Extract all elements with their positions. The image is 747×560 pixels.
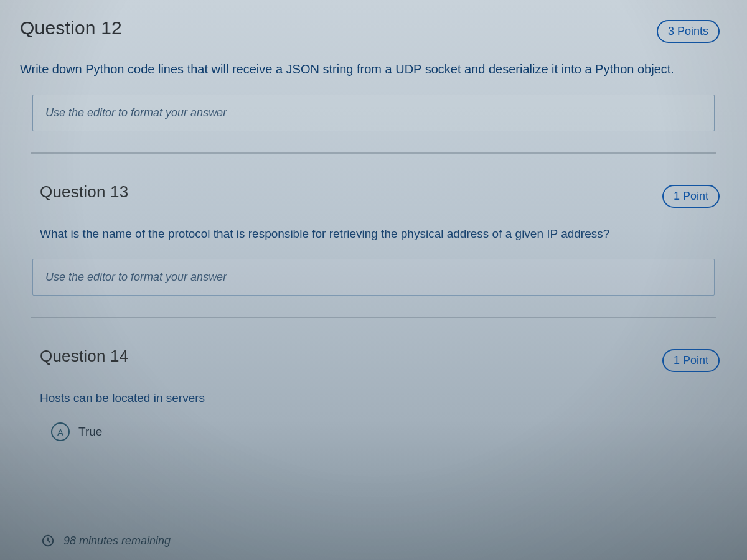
divider (31, 152, 716, 154)
points-badge: 3 Points (657, 20, 720, 43)
answer-editor[interactable]: Use the editor to format your answer (32, 259, 715, 296)
points-badge: 1 Point (662, 185, 720, 208)
question-14: Question 14 1 Point Hosts can be located… (11, 335, 736, 459)
clock-icon (41, 534, 55, 548)
answer-editor[interactable]: Use the editor to format your answer (32, 95, 715, 131)
time-remaining-text: 98 minutes remaining (63, 534, 171, 548)
question-title: Question 14 (20, 347, 128, 366)
divider (31, 317, 716, 318)
question-13: Question 13 1 Point What is the name of … (11, 171, 736, 335)
question-header: Question 14 1 Point (20, 347, 727, 372)
option-label[interactable]: True (78, 425, 102, 439)
question-header: Question 12 3 Points (20, 17, 727, 43)
question-title: Question 13 (20, 182, 128, 202)
quiz-page: Question 12 3 Points Write down Python c… (0, 0, 747, 459)
question-header: Question 13 1 Point (20, 182, 727, 208)
question-prompt: Hosts can be located in servers (20, 390, 727, 407)
option-a-row[interactable]: A True (20, 422, 727, 441)
question-prompt: Write down Python code lines that will r… (20, 60, 727, 78)
answer-placeholder: Use the editor to format your answer (45, 106, 227, 119)
question-12: Question 12 3 Points Write down Python c… (11, 6, 736, 171)
option-radio[interactable]: A (51, 422, 70, 441)
question-title: Question 12 (20, 17, 122, 39)
answer-placeholder: Use the editor to format your answer (45, 271, 227, 283)
question-prompt: What is the name of the protocol that is… (20, 225, 727, 243)
time-remaining-bar: 98 minutes remaining (0, 534, 747, 548)
points-badge: 1 Point (662, 349, 720, 372)
